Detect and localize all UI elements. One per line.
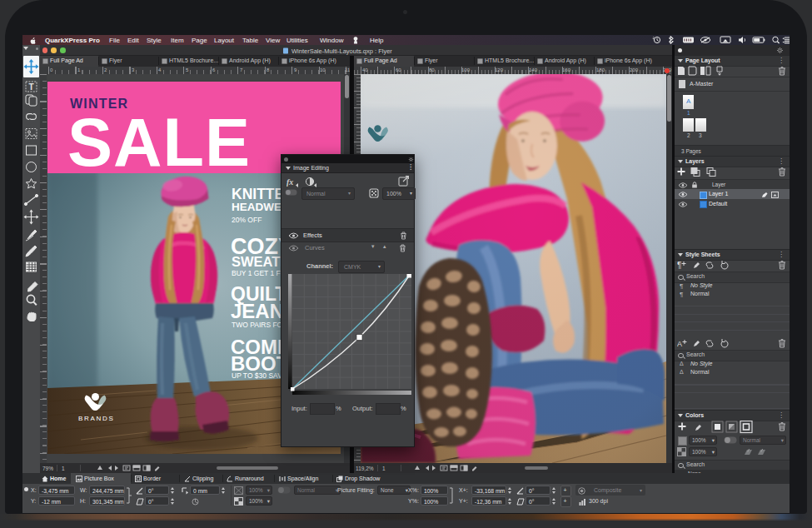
svg-text:¶: ¶ (677, 261, 681, 270)
svg-text:BRANDS: BRANDS (78, 415, 115, 422)
svg-text:20% OFF: 20% OFF (232, 216, 262, 224)
svg-text:fx: fx (286, 177, 293, 187)
svg-text:SALE: SALE (67, 105, 251, 180)
svg-text:A: A (677, 340, 682, 348)
svg-text:T: T (28, 82, 33, 92)
